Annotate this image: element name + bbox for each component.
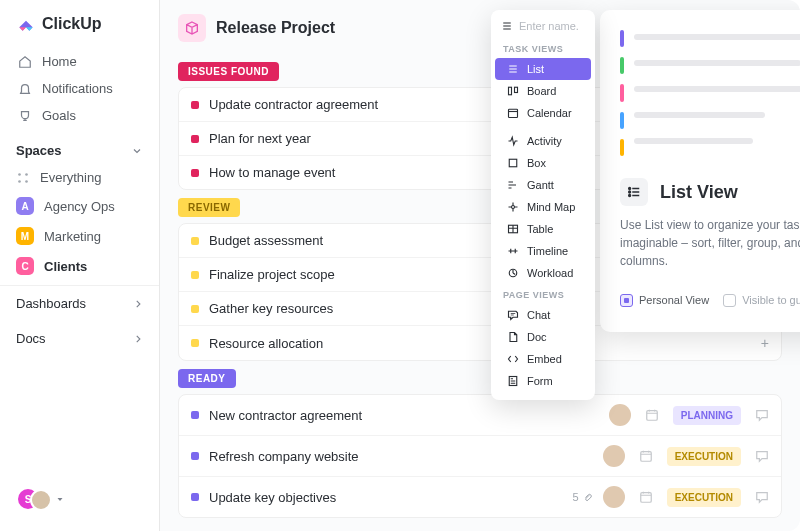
nav-home[interactable]: Home [8,48,151,75]
space-label: Clients [44,259,87,274]
comment-icon[interactable] [755,490,769,504]
svg-rect-7 [509,87,512,95]
calendar-icon [507,107,519,119]
visible-guests-toggle[interactable]: Visible to guests [723,294,800,307]
svg-point-2 [18,180,21,183]
view-option-table[interactable]: Table [495,218,591,240]
nav-docs[interactable]: Docs [0,321,159,356]
view-option-label: Box [527,157,546,169]
calendar-icon[interactable] [645,408,659,422]
view-option-label: Form [527,375,553,387]
svg-rect-9 [509,109,518,117]
nav-dashboards[interactable]: Dashboards [0,286,159,321]
status-square-icon [191,169,199,177]
task-title: Refresh company website [209,449,593,464]
space-item[interactable]: C Clients [0,251,159,281]
chevron-down-icon [131,145,143,157]
space-item[interactable]: M Marketing [0,221,159,251]
view-option-label: Timeline [527,245,568,257]
view-name-row [491,16,595,38]
svg-point-1 [25,173,28,176]
assignee-avatar[interactable] [603,445,625,467]
main-area: Release Project ISSUES FOUND Update cont… [160,0,800,531]
view-option-label: Table [527,223,553,235]
nav-goals[interactable]: Goals [8,102,151,129]
status-square-icon [191,237,199,245]
task-row[interactable]: Refresh company website EXECUTION [179,436,781,477]
workload-icon [507,267,519,279]
space-everything[interactable]: Everything [0,164,159,191]
view-option-calendar[interactable]: Calendar [495,102,591,124]
assignee-avatar[interactable] [609,404,631,426]
view-name-input[interactable] [519,20,579,32]
box-icon [507,157,519,169]
svg-rect-8 [515,87,518,92]
view-option-gantt[interactable]: Gantt [495,174,591,196]
space-item[interactable]: A Agency Ops [0,191,159,221]
svg-rect-6 [640,493,651,503]
view-option-workload[interactable]: Workload [495,262,591,284]
trophy-icon [18,109,32,123]
view-preview-panel: List View Use List view to organize your… [600,10,800,332]
group-label[interactable]: READY [178,369,236,388]
logo[interactable]: ClickUp [0,0,159,44]
doc-icon [507,331,519,343]
add-subtask-icon[interactable]: + [761,335,769,351]
tag-badge[interactable]: EXECUTION [667,488,741,507]
nav-notifications-label: Notifications [42,81,113,96]
view-option-label: Calendar [527,107,572,119]
svg-point-3 [25,180,28,183]
color-stripe [620,84,624,101]
view-option-timeline[interactable]: Timeline [495,240,591,262]
status-square-icon [191,493,199,501]
task-title: Update key objectives [209,490,563,505]
task-title: Resource allocation [209,336,751,351]
view-option-chat[interactable]: Chat [495,304,591,326]
status-square-icon [191,101,199,109]
view-option-form[interactable]: Form [495,370,591,392]
svg-point-11 [512,206,515,209]
board-icon [507,85,519,97]
space-badge: C [16,257,34,275]
svg-rect-4 [647,411,658,421]
view-option-list[interactable]: List [495,58,591,80]
view-option-doc[interactable]: Doc [495,326,591,348]
view-option-embed[interactable]: Embed [495,348,591,370]
tag-badge[interactable]: EXECUTION [667,447,741,466]
view-option-label: Board [527,85,556,97]
comment-icon[interactable] [755,449,769,463]
docs-label: Docs [16,331,46,346]
personal-view-toggle[interactable]: Personal View [620,294,709,307]
status-square-icon [191,411,199,419]
status-square-icon [191,339,199,347]
comment-icon[interactable] [755,408,769,422]
visible-guests-label: Visible to guests [742,294,800,306]
task-views-section: TASK VIEWS [491,38,595,58]
timeline-icon [507,245,519,257]
task-row[interactable]: Update key objectives 5 EXECUTION [179,477,781,517]
list-icon [501,20,513,32]
tag-badge[interactable]: PLANNING [673,406,741,425]
view-option-board[interactable]: Board [495,80,591,102]
group-label[interactable]: ISSUES FOUND [178,62,279,81]
svg-point-0 [18,173,21,176]
spaces-header[interactable]: Spaces [0,133,159,164]
view-option-mind-map[interactable]: Mind Map [495,196,591,218]
gantt-icon [507,179,519,191]
view-option-label: Activity [527,135,562,147]
calendar-icon[interactable] [639,449,653,463]
preview-description: Use List view to organize your tasks in … [620,216,800,270]
calendar-icon[interactable] [639,490,653,504]
task-row[interactable]: New contractor agreement PLANNING [179,395,781,436]
space-badge: M [16,227,34,245]
nav-goals-label: Goals [42,108,76,123]
view-option-activity[interactable]: Activity [495,130,591,152]
group-label[interactable]: REVIEW [178,198,240,217]
assignee-avatar[interactable] [603,486,625,508]
user-avatar-stack[interactable]: S [18,485,64,513]
home-icon [18,55,32,69]
color-stripe [620,112,624,129]
nav-notifications[interactable]: Notifications [8,75,151,102]
view-option-box[interactable]: Box [495,152,591,174]
svg-rect-10 [509,159,517,167]
